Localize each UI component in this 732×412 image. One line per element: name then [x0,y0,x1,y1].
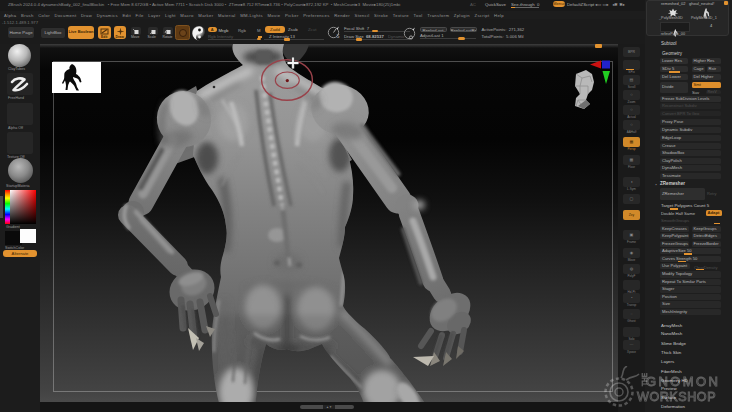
svg-text:S: S [337,34,340,39]
